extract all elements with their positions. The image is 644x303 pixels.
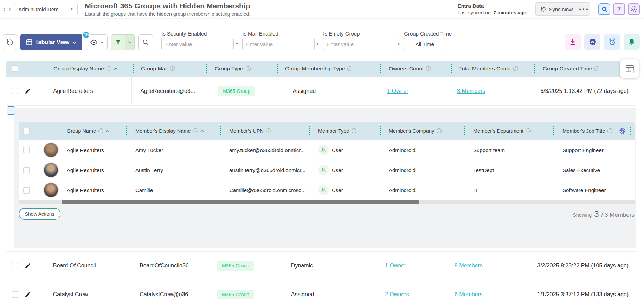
members-link[interactable]: 6 Members <box>455 291 483 298</box>
column-header-member-company[interactable]: Member's Company i <box>380 128 464 134</box>
column-header-member-department[interactable]: Member's Department i <box>464 128 553 134</box>
group-created-time: 6/3/2025 1:13:42 PM (72 days ago) <box>540 88 629 94</box>
top-header-bar: ‹ › AdminDroid Dem... ▼ Microsoft 365 Gr… <box>0 0 644 18</box>
filter-label: Is Empty Group <box>323 31 395 37</box>
edit-icon[interactable] <box>25 291 31 298</box>
info-icon[interactable]: i <box>98 128 103 133</box>
filter-select[interactable]: ▼ <box>161 38 234 50</box>
info-icon[interactable]: i <box>594 66 599 71</box>
edit-icon[interactable] <box>25 88 31 94</box>
column-header-member-display-name[interactable]: Member's Display Name i <box>126 128 220 134</box>
views-button[interactable]: 15 <box>86 34 108 50</box>
time-range-button[interactable]: All Time <box>404 38 445 50</box>
column-settings-icon <box>625 64 635 74</box>
info-icon[interactable]: i <box>347 66 352 71</box>
info-icon[interactable]: i <box>170 66 175 71</box>
owners-link[interactable]: 2 Owners <box>385 291 409 298</box>
column-header-member-type[interactable]: Member Type i <box>309 128 380 134</box>
row-checkbox[interactable] <box>23 167 30 173</box>
sort-asc-icon[interactable] <box>114 68 118 70</box>
row-checkbox[interactable] <box>23 187 30 194</box>
column-separator <box>451 64 452 73</box>
filter-value-input[interactable] <box>165 41 235 47</box>
row-checkbox[interactable] <box>12 263 18 269</box>
column-header-member-job-title[interactable]: Member's Job Title i <box>553 128 613 134</box>
schedule-alert-button[interactable] <box>604 34 620 50</box>
info-icon[interactable]: i <box>266 128 271 133</box>
report-selector-dropdown[interactable]: AdminDroid Dem... ▼ <box>14 3 78 15</box>
filter-value-input[interactable] <box>327 41 397 47</box>
user-icon <box>318 185 329 195</box>
column-header-member-upn[interactable]: Member's UPN i <box>220 128 309 134</box>
filter-options-button[interactable] <box>125 35 134 50</box>
nav-forward-icon[interactable]: › <box>7 6 13 13</box>
members-link[interactable]: 3 Members <box>457 88 485 94</box>
global-search-button[interactable] <box>598 3 610 15</box>
select-all-members-checkbox[interactable] <box>23 128 30 134</box>
column-chooser-button[interactable] <box>620 59 639 78</box>
column-header-owners-count[interactable]: Owners Count i <box>380 65 451 72</box>
edit-icon[interactable] <box>25 263 31 269</box>
owners-link[interactable]: 1 Owner <box>385 263 406 269</box>
row-checkbox[interactable] <box>12 291 18 298</box>
nav-back-icon[interactable]: ‹ <box>1 6 7 13</box>
search-in-report-button[interactable] <box>138 34 153 50</box>
group-row-agile-recruiters: Agile Recruiters AgileRecruiters@o3... M… <box>6 77 636 106</box>
sort-asc-icon[interactable] <box>106 130 109 132</box>
sync-more-button[interactable]: ● ● ● <box>578 3 590 15</box>
column-header-group-name[interactable]: Group Name i <box>67 128 126 134</box>
refresh-report-button[interactable] <box>3 34 17 50</box>
info-icon[interactable]: i <box>513 66 518 71</box>
scrollbar-thumb[interactable] <box>62 200 419 204</box>
member-company: Admindroid <box>389 187 416 193</box>
select-all-checkbox[interactable] <box>12 65 18 72</box>
info-icon[interactable]: i <box>426 66 431 71</box>
page-title-block: Microsoft 365 Groups with Hidden Members… <box>85 2 250 17</box>
filter-select[interactable]: ▼ <box>323 38 395 50</box>
info-icon[interactable]: i <box>107 66 111 71</box>
tabular-view-button[interactable]: Tabular View <box>20 34 82 50</box>
filter-is-empty-group: Is Empty Group ▼ <box>323 31 395 50</box>
filter-value-input[interactable] <box>246 41 316 47</box>
reload-icon <box>6 39 14 46</box>
members-link[interactable]: 8 Members <box>455 263 483 269</box>
info-icon[interactable]: i <box>607 128 612 133</box>
info-icon[interactable]: i <box>437 128 442 133</box>
column-header-group-display-name[interactable]: Group Display Name i <box>47 65 133 72</box>
question-mark-icon: ? <box>617 6 621 13</box>
row-checkbox[interactable] <box>12 88 18 94</box>
eye-icon <box>90 40 98 45</box>
download-button[interactable] <box>565 34 581 50</box>
sort-asc-icon[interactable] <box>200 130 204 132</box>
members-table-options <box>613 127 635 135</box>
sync-now-button[interactable]: Sync Now <box>536 3 578 15</box>
info-icon[interactable]: i <box>526 128 531 133</box>
group-type-badge: M365 Group <box>217 261 254 271</box>
column-header-group-type[interactable]: Group Type i <box>206 65 277 72</box>
column-header-total-members-count[interactable]: Total Members Count i <box>451 65 534 72</box>
row-checkbox[interactable] <box>23 147 30 153</box>
owners-link[interactable]: 1 Owner <box>387 88 408 94</box>
notifications-button[interactable] <box>624 34 640 50</box>
email-report-button[interactable] <box>584 34 600 50</box>
filter-button[interactable] <box>111 35 125 50</box>
help-button[interactable]: ? <box>613 3 625 15</box>
clock-check-icon <box>630 6 637 13</box>
funnel-icon <box>115 39 121 45</box>
show-actions-button[interactable]: Show Actions <box>19 208 60 220</box>
member-display-name: Austin Terry <box>135 167 163 173</box>
info-icon[interactable]: i <box>193 128 198 133</box>
gear-icon[interactable] <box>619 128 626 134</box>
menu-dots-icon[interactable] <box>630 127 631 135</box>
page-subtitle: Lists all the groups that have the hidde… <box>85 11 250 17</box>
schedule-check-button[interactable] <box>628 3 640 15</box>
column-header-group-mail[interactable]: Group Mail i <box>133 65 206 72</box>
collapse-row-button[interactable]: − <box>7 106 15 115</box>
filter-split-button[interactable] <box>111 34 135 50</box>
data-source-label: Entra Data <box>457 3 526 9</box>
column-header-group-membership-type[interactable]: Group Membership Type i <box>277 65 380 72</box>
sync-status: Entra Data Last synced on: 7 minutes ago <box>457 3 526 15</box>
filter-select[interactable]: ▼ <box>242 38 315 50</box>
info-icon[interactable]: i <box>246 66 251 71</box>
info-icon[interactable]: i <box>352 128 356 133</box>
